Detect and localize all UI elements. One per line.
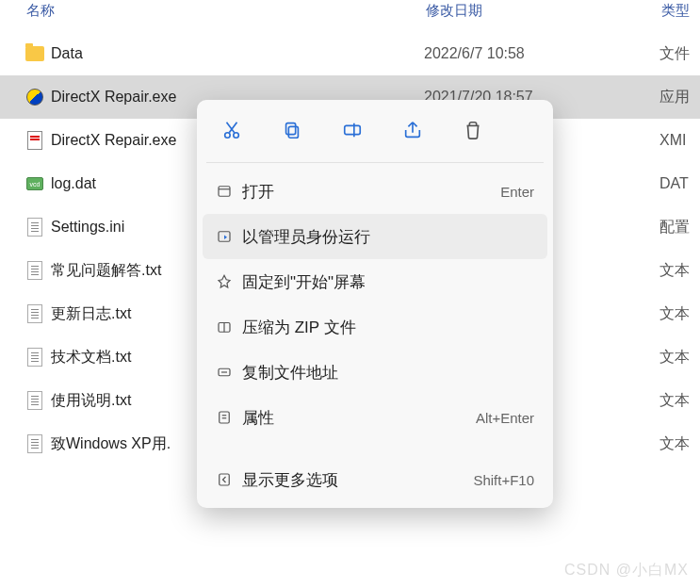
context-toolbar — [203, 106, 547, 160]
column-header: 名称 修改日期 类型 — [0, 0, 700, 32]
share-button[interactable] — [387, 111, 438, 151]
svg-rect-15 — [220, 412, 230, 423]
txt-icon — [23, 389, 47, 412]
file-type: 应用 — [659, 88, 700, 107]
zip-icon — [216, 318, 242, 335]
delete-button[interactable] — [448, 111, 498, 151]
menu-item-label: 以管理员身份运行 — [242, 226, 534, 248]
file-type: 文本 — [659, 391, 700, 411]
menu-item-open[interactable]: 打开Enter — [203, 169, 547, 214]
file-type: DAT — [659, 175, 700, 192]
menu-item-shortcut: Shift+F10 — [473, 472, 534, 488]
txt-icon — [23, 302, 47, 325]
copy-icon — [282, 120, 302, 143]
file-type: 配置 — [659, 218, 700, 237]
file-type: XMI — [659, 132, 700, 149]
header-date[interactable]: 修改日期 — [424, 2, 659, 20]
ini-icon — [23, 216, 47, 238]
svg-rect-5 — [286, 122, 296, 134]
svg-point-1 — [234, 132, 239, 138]
header-name[interactable]: 名称 — [0, 2, 424, 20]
file-type: 文本 — [659, 348, 700, 368]
exe-icon — [23, 86, 47, 108]
txt-icon — [23, 259, 47, 282]
header-type[interactable]: 类型 — [659, 2, 700, 20]
delete-icon — [463, 120, 483, 143]
menu-item-label: 属性 — [242, 407, 476, 429]
menu-item-more[interactable]: 显示更多选项Shift+F10 — [203, 457, 547, 502]
menu-item-pin[interactable]: 固定到"开始"屏幕 — [203, 259, 547, 304]
file-date: 2022/6/7 10:58 — [424, 45, 659, 62]
menu-item-label: 显示更多选项 — [242, 469, 473, 491]
properties-icon — [216, 409, 242, 426]
menu-item-properties[interactable]: 属性Alt+Enter — [203, 395, 547, 440]
rename-button[interactable] — [327, 111, 378, 151]
file-type: 文本 — [659, 304, 700, 324]
context-menu: 打开Enter以管理员身份运行固定到"开始"屏幕压缩为 ZIP 文件复制文件地址… — [197, 100, 553, 508]
svg-rect-8 — [219, 187, 230, 197]
txt-icon — [23, 433, 47, 455]
watermark: CSDN @小白MX — [564, 561, 689, 580]
cut-icon — [221, 120, 242, 143]
pin-icon — [216, 273, 242, 290]
open-icon — [216, 183, 242, 200]
copypath-icon — [216, 364, 242, 381]
xml-icon — [23, 129, 47, 152]
svg-rect-6 — [345, 125, 361, 134]
menu-item-admin[interactable]: 以管理员身份运行 — [203, 214, 547, 259]
menu-item-copypath[interactable]: 复制文件地址 — [203, 350, 547, 395]
menu-item-zip[interactable]: 压缩为 ZIP 文件 — [203, 304, 547, 350]
rename-icon — [342, 120, 363, 143]
cut-button[interactable] — [206, 111, 257, 151]
file-type: 文本 — [659, 261, 700, 281]
folder-icon — [23, 42, 47, 65]
dat-icon: vcd — [23, 172, 47, 195]
menu-separator — [206, 162, 544, 163]
admin-icon — [216, 228, 242, 245]
more-icon — [216, 471, 242, 488]
txt-icon — [23, 346, 47, 368]
share-icon — [402, 120, 423, 143]
file-type: 文本 — [659, 434, 700, 454]
menu-item-label: 打开 — [242, 181, 500, 203]
svg-rect-18 — [220, 474, 230, 485]
menu-item-label: 复制文件地址 — [242, 362, 534, 384]
menu-item-shortcut: Enter — [500, 184, 534, 200]
file-row[interactable]: Data2022/6/7 10:58文件 — [0, 32, 700, 75]
svg-point-0 — [225, 132, 231, 138]
menu-item-label: 固定到"开始"屏幕 — [242, 271, 534, 293]
menu-item-shortcut: Alt+Enter — [476, 410, 534, 426]
file-type: 文件 — [659, 44, 700, 64]
svg-rect-4 — [288, 126, 298, 138]
menu-item-label: 压缩为 ZIP 文件 — [242, 317, 534, 338]
file-name: Data — [51, 45, 424, 62]
copy-button[interactable] — [267, 111, 317, 151]
